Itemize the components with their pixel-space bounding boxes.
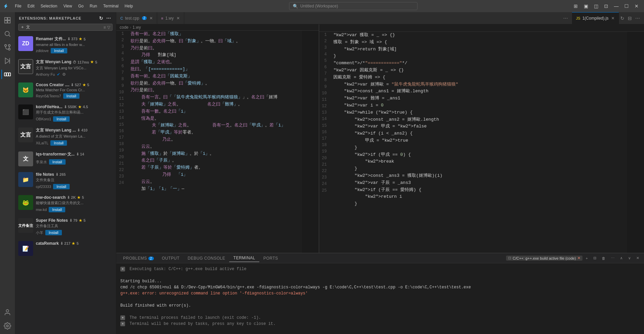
ext-info-cata-remark: cataRemark ⬇ 217★5 <box>36 241 113 256</box>
global-search-box[interactable]: 🔍 Untitled (Workspace) <box>289 2 418 10</box>
stars-count: 5 <box>87 83 89 87</box>
activity-settings[interactable] <box>1 320 14 332</box>
panel-tab-ports[interactable]: PORTS <box>259 255 282 262</box>
install-btn-renamer[interactable]: Install <box>51 48 67 53</box>
menu-help[interactable]: Help <box>122 3 136 9</box>
ext-item-super-file-notes[interactable]: 文件备注 Super File Notes ⬇ 79★5 文件备注工具 小羊 I… <box>15 215 116 238</box>
panel-tab-debug[interactable]: DEBUG CONSOLE <box>184 255 229 262</box>
install-btn-cocos-creator[interactable]: Install <box>63 93 80 99</box>
activity-run[interactable] <box>1 55 14 67</box>
panel-tab-problems[interactable]: PROBLEMS2 <box>119 255 158 262</box>
install-btn-file-notes[interactable]: Install <box>53 184 70 189</box>
close-panel-btn[interactable]: ✕ <box>634 255 641 261</box>
ext-item-wenyan-lang[interactable]: 文言 文言 Wenyan Lang ⏱ 117ms★5 文言 Wenyan La… <box>15 56 116 80</box>
svg-rect-1 <box>8 18 10 20</box>
code-area-right[interactable]: 1234567891011121314151617181920212223242… <box>319 32 644 253</box>
filter-icon[interactable]: ▽ <box>107 25 110 30</box>
install-btn-super-file-notes[interactable]: Install <box>45 230 62 235</box>
activity-search[interactable] <box>1 28 14 40</box>
ext-item-cata-remark[interactable]: 📝 cataRemark ⬇ 217★5 <box>15 238 116 259</box>
tab-compiled-js[interactable]: JS 1(Compiled).js ✕ <box>572 12 619 24</box>
install-btn-korofilehead[interactable]: Install <box>53 116 70 122</box>
scroll-up-btn[interactable]: ∧ <box>618 255 625 261</box>
gear-icon-wenyan-lang[interactable]: ⚙ <box>62 72 66 77</box>
activity-explorer[interactable] <box>1 14 14 26</box>
panel-tab-output[interactable]: OUTPUT <box>158 255 184 262</box>
menu-run[interactable]: Run <box>87 3 100 9</box>
more-tabs-btn[interactable]: ⋯ <box>562 15 569 22</box>
install-btn-mw-doc-search[interactable]: Install <box>49 207 65 212</box>
split-terminal-btn[interactable]: ⊟ <box>591 255 598 261</box>
close-btn[interactable]: ✕ <box>632 1 641 11</box>
install-btn-wenyan-lang2[interactable]: Install <box>50 140 67 146</box>
add-terminal-btn[interactable]: + <box>584 256 590 261</box>
refresh-extensions-btn[interactable]: ↻ <box>98 15 104 22</box>
layout-toggle-btn[interactable]: ⊞ <box>571 1 580 11</box>
sidebar-toggle-btn[interactable]: ◫ <box>591 1 601 11</box>
svg-point-8 <box>8 45 10 47</box>
menu-file[interactable]: File <box>12 3 24 9</box>
ext-title-row-lqs-transformer: lqs-transformer-文... ⬇ 14 <box>36 151 113 157</box>
install-btn-lqs-transformer[interactable]: Install <box>49 159 66 165</box>
menu-edit[interactable]: Edit <box>25 3 37 9</box>
minimize-btn[interactable]: — <box>612 1 621 11</box>
svg-rect-11 <box>4 73 6 76</box>
menu-view[interactable]: View <box>61 3 75 9</box>
ext-desc-file-notes: 文件夹备注 <box>36 177 113 183</box>
ext-publisher-korofilehead: OBKoro1 <box>36 117 51 121</box>
ext-meta-file-notes: cpf23333 Install <box>36 184 113 189</box>
panel-tab-terminal[interactable]: TERMINAL <box>229 254 259 262</box>
ext-title-row-korofilehead: koroFileHea... ⬇ 550K★4.5 <box>36 104 113 109</box>
menu-selection[interactable]: Selection <box>38 3 60 9</box>
code-area-left[interactable]: 123456789101112131415161718192021222324 … <box>116 31 319 253</box>
extensions-search-input[interactable] <box>26 25 102 30</box>
extensions-search-bar[interactable]: ✦ ≡ ▽ <box>18 24 113 31</box>
ext-item-cocos-creator[interactable]: 🐱 Cocos Creator .... ⬇ 527★5 Meta Watche… <box>15 80 116 102</box>
downloads: ⬇ 2K <box>67 195 76 200</box>
stars-icon: ★ <box>82 83 86 87</box>
scroll-down-btn[interactable]: ∨ <box>626 255 633 261</box>
layout-btn[interactable]: ⊡ <box>601 1 611 11</box>
ext-title-row-cata-remark: cataRemark ⬇ 217★5 <box>36 241 113 246</box>
more-editor-actions-btn[interactable]: ⋯ <box>634 15 641 22</box>
tab-close-cpp[interactable]: ✕ <box>149 16 153 21</box>
ext-desc-renamer: rename all files in a floder w... <box>36 43 113 47</box>
code-content-right[interactable]: "kw2">var 獲取 = _ => {}獲取 = 對象 => 域 => { … <box>331 32 627 253</box>
ext-name-cata-remark: cataRemark <box>36 241 59 246</box>
terminal-line: Starting build... <box>120 278 640 284</box>
ext-desc-cocos-creator: Meta Watcher For Cocos Cr... <box>36 88 113 92</box>
ext-item-file-notes[interactable]: 📁 file Notes ⬇ 265 文件夹备注 cpf23333 Instal… <box>15 169 116 192</box>
tab-close-wy[interactable]: ✕ <box>176 16 180 21</box>
filter-extensions-btn[interactable]: ⋯ <box>105 15 112 22</box>
ext-item-wenyan-lang2[interactable]: 文言 文言 Wenyan Lang ... ⬇ 410 A dialect of… <box>15 125 116 149</box>
stars-icon: ★ <box>72 241 75 246</box>
maximize-btn[interactable]: ☐ <box>622 1 631 11</box>
split-editor-btn[interactable]: ⊟ <box>626 15 633 22</box>
error-close-icon[interactable]: ✕ <box>577 256 580 260</box>
refresh-editor-btn[interactable]: ↻ <box>619 15 626 22</box>
ext-item-mw-doc-search[interactable]: 🐸 mw-doc-search ⬇ 2K★5 能够快速搜索口袋方舟的文... m… <box>15 192 116 215</box>
activity-extensions[interactable] <box>1 68 14 80</box>
kill-terminal-btn[interactable]: 🗑 <box>600 256 607 261</box>
menu-go[interactable]: Go <box>75 3 86 9</box>
tab-1-wy[interactable]: ≡ 1.wy ✕ <box>157 12 184 24</box>
ext-name-super-file-notes: Super File Notes <box>36 218 68 223</box>
activity-accounts[interactable] <box>1 306 14 318</box>
clear-filter-icon[interactable]: ≡ <box>103 25 106 30</box>
more-panel-actions-btn[interactable]: ⋯ <box>609 255 617 261</box>
ext-publisher-wenyan-lang: Anthony Fu <box>36 72 55 76</box>
ext-item-korofilehead[interactable]: ⬛ koroFileHea... ⬇ 550K★4.5 用于生成文件头部注释和函… <box>15 102 116 125</box>
downloads: ⬇ 265 <box>55 172 66 177</box>
menu-terminal[interactable]: Terminal <box>100 3 121 9</box>
svg-point-17 <box>6 325 8 327</box>
ext-item-lqs-transformer[interactable]: 文 lqs-transformer-文... ⬇ 14 李泉水 Install <box>15 149 116 169</box>
code-content-left[interactable]: 吾有一術。名之曰「獲取」欲行是術。必先得一物。曰「對象」。一物。曰「域」。乃行是… <box>128 31 302 253</box>
tab-close-js[interactable]: ✕ <box>611 16 615 21</box>
ext-meta-wenyan-lang2: XiLaiTL Install <box>36 140 113 146</box>
ext-item-renamer[interactable]: ZD Renamer 文件... ⬇ 373★5 rename all file… <box>15 33 116 56</box>
verified-icon-wenyan-lang: ✔ <box>57 72 60 77</box>
activity-scm[interactable] <box>1 41 14 53</box>
terminal-content[interactable]: ★ Executing task: C/C++: g++.exe build a… <box>116 263 644 334</box>
panel-toggle-btn[interactable]: ▣ <box>581 1 591 11</box>
tab-test-cpp[interactable]: C test.cpp 2 ✕ <box>116 12 157 24</box>
